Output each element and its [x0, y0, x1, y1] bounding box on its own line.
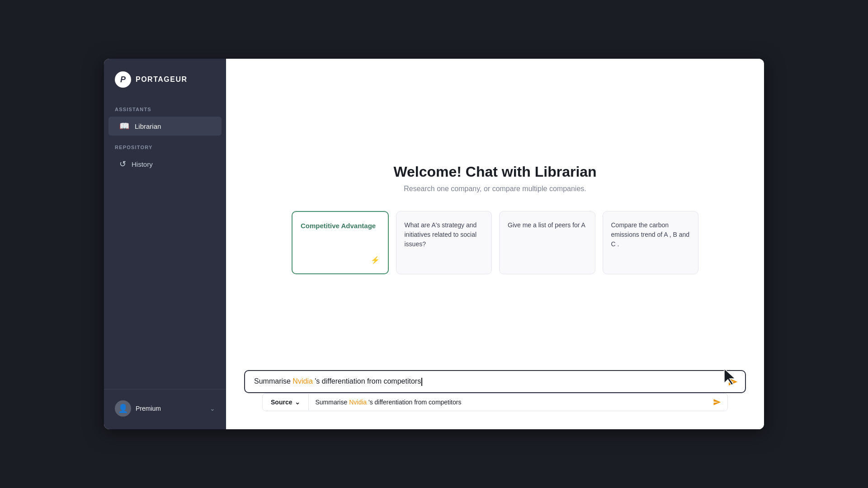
card-1-icon-row: ⚡ [301, 256, 380, 264]
chat-suffix: 's differentiation from competitors [313, 377, 421, 385]
prompt-card-3[interactable]: Give me a list of peers for A [499, 211, 595, 274]
card-4-text: Compare the carbon emissions trend of A … [611, 221, 690, 249]
card-2-text: What are A's strategy and initiatives re… [405, 221, 484, 249]
welcome-title: Welcome! Chat with Librarian [393, 164, 596, 180]
prompt-card-4[interactable]: Compare the carbon emissions trend of A … [603, 211, 699, 274]
source-input-suffix: 's differentiation from competitors [367, 399, 461, 406]
chat-input-area: Summarise Nvidia 's differentiation from… [226, 361, 764, 429]
source-chevron-icon: ⌄ [295, 399, 300, 406]
source-send-button[interactable] [707, 394, 727, 411]
sidebar-item-librarian-label: Librarian [135, 122, 161, 130]
source-input-highlight: Nvidia [349, 399, 367, 406]
card-1-text: Competitive Advantage [301, 221, 380, 231]
sidebar-item-history[interactable]: ↺ History [108, 155, 222, 174]
main-send-button[interactable] [728, 377, 738, 387]
text-cursor [421, 378, 422, 386]
chat-input-wrapper[interactable]: Summarise Nvidia 's differentiation from… [244, 370, 746, 393]
card-3-text: Give me a list of peers for A [508, 221, 587, 230]
logo-text: PORTAGEUR [136, 75, 188, 84]
repository-section-label: REPOSITORY [104, 136, 226, 154]
source-button[interactable]: Source ⌄ [263, 394, 309, 410]
source-input-prefix: Summarise [315, 399, 349, 406]
logo-icon: P [115, 71, 131, 88]
source-input-display[interactable]: Summarise Nvidia 's differentiation from… [309, 394, 707, 410]
history-icon: ↺ [119, 159, 126, 169]
bolt-icon: ⚡ [371, 256, 380, 264]
logo-area: P PORTAGEUR [104, 59, 226, 99]
sidebar-bottom: 👤 Premium ⌄ [104, 389, 226, 429]
source-bar: Source ⌄ Summarise Nvidia 's differentia… [262, 393, 728, 411]
prompt-cards: Competitive Advantage ⚡ What are A's str… [292, 211, 698, 274]
welcome-subtitle: Research one company, or compare multipl… [404, 185, 586, 193]
send-icon [728, 377, 738, 387]
book-icon: 📖 [119, 121, 129, 131]
user-row[interactable]: 👤 Premium ⌄ [111, 397, 219, 420]
sidebar-item-librarian[interactable]: 📖 Librarian [108, 117, 222, 136]
main-content: Welcome! Chat with Librarian Research on… [226, 59, 764, 361]
prompt-card-1[interactable]: Competitive Advantage ⚡ [292, 211, 389, 274]
sidebar: P PORTAGEUR ASSISTANTS 📖 Librarian REPOS… [104, 59, 226, 429]
source-label: Source [271, 399, 292, 406]
avatar-icon: 👤 [118, 404, 128, 413]
user-name: Premium [136, 405, 205, 412]
chat-highlight: Nvidia [292, 377, 312, 385]
avatar: 👤 [115, 400, 131, 417]
prompt-card-2[interactable]: What are A's strategy and initiatives re… [396, 211, 492, 274]
sidebar-item-history-label: History [132, 160, 153, 168]
main-area: Welcome! Chat with Librarian Research on… [226, 59, 764, 429]
assistants-section-label: ASSISTANTS [104, 99, 226, 116]
source-send-icon [713, 398, 721, 406]
chat-prefix: Summarise [254, 377, 292, 385]
chevron-down-icon: ⌄ [210, 405, 215, 412]
